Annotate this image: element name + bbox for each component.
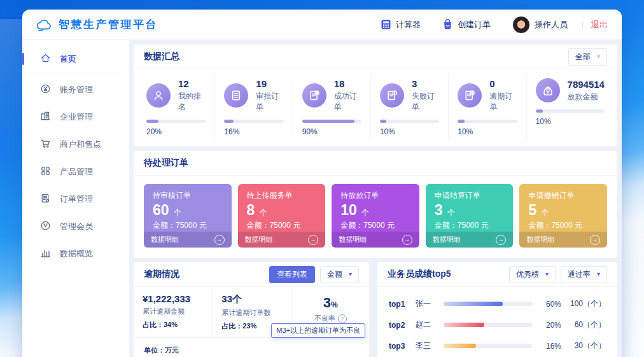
doc-check-icon [302, 83, 326, 108]
pending-card-detail-link[interactable]: 数据明细 → [238, 232, 326, 248]
pending-card-count: 8 个 [247, 202, 317, 219]
doc-overdue-icon [458, 83, 482, 108]
top5-bar-track [444, 323, 532, 327]
pending-card-count: 3 个 [435, 202, 505, 219]
pending-card-title: 申请撤销订单 [528, 190, 598, 201]
top5-rank-select[interactable]: 优秀榜 ▾ [509, 266, 556, 283]
detail-label: 数据明细 [433, 235, 461, 244]
app-header: 智慧生产管理平台 计算器 创建订单 [22, 10, 622, 40]
stat-progress-fill [146, 120, 158, 123]
sidebar-item-3[interactable]: 企业管理 [22, 103, 129, 130]
stat-label: 我的排名 [178, 91, 206, 113]
operator-menu[interactable]: 操作人员 [505, 16, 575, 34]
pending-card: 待放款订单 10 个 金额：75000 元 数据明细 → [332, 184, 419, 248]
overdue-header: 逾期情况 查看列表 金额 ▾ [134, 262, 369, 287]
sidebar-item-label: 数据概览 [60, 248, 93, 260]
top5-rank: top3 [389, 342, 408, 351]
top5-rank-value: 优秀榜 [516, 269, 539, 280]
sidebar-item-5[interactable]: 产品管理 [22, 158, 129, 185]
overdue-amount-ratio: 占比：34% [143, 320, 212, 330]
sidebar-item-1[interactable]: 首页 [22, 45, 129, 73]
bad-rate-value: 3% [296, 295, 365, 311]
operator-avatar [512, 16, 530, 34]
stat-percent: 10% [458, 127, 517, 140]
app-main: 首页 账务管理 企业管理 商户和售点 产品管理 订单管理 管理会员 数据概览 数… [22, 40, 622, 357]
pending-card-detail-link[interactable]: 数据明细 → [144, 232, 232, 248]
cart-icon [40, 138, 51, 151]
top5-bar-track [444, 344, 532, 348]
stat-value: 19 [256, 78, 283, 89]
view-list-button[interactable]: 查看列表 [269, 266, 315, 283]
stat-progress-track [224, 120, 283, 123]
sidebar-item-label: 订单管理 [60, 193, 93, 205]
arrow-right-icon: → [214, 235, 225, 245]
pending-title: 待处理订单 [144, 157, 188, 169]
stat-label: 审批订单 [256, 91, 283, 113]
sidebar-item-6[interactable]: 订单管理 [22, 185, 129, 213]
top5-rank: top1 [389, 300, 408, 309]
top5-bar-fill [444, 302, 503, 306]
logout-button[interactable]: 退出 [590, 19, 608, 31]
content-area: 数据汇总 全部 ▾ 12 我的排名 20% 19 审批订单 [129, 40, 622, 357]
sidebar-item-label: 企业管理 [60, 111, 93, 123]
top5-metric-select[interactable]: 通过率 ▾ [561, 266, 607, 283]
operator-label: 操作人员 [535, 19, 568, 31]
stat-progress-track [302, 120, 361, 123]
stat-progress-fill [224, 120, 234, 123]
chevron-down-icon: ▾ [349, 271, 352, 277]
summary-panel: 数据汇总 全部 ▾ 12 我的排名 20% 19 审批订单 [134, 45, 617, 146]
chevron-down-icon: ▾ [597, 271, 600, 277]
sidebar-item-4[interactable]: 商户和售点 [22, 130, 129, 158]
pending-card-title: 待放款订单 [340, 190, 410, 201]
top5-metric-value: 通过率 [568, 269, 591, 280]
detail-label: 数据明细 [151, 235, 179, 244]
top5-rows: top1 张一 60% 100（个） top2 赵二 20% 60（个） top… [377, 287, 617, 357]
grid-icon [40, 165, 51, 178]
summary-stat-tile: 0 逾期订单 10% [449, 74, 526, 140]
stat-progress-fill [536, 109, 543, 113]
top5-row: top1 张一 60% 100（个） [389, 293, 606, 314]
pending-card-detail-link[interactable]: 数据明细 → [332, 232, 419, 248]
app-title: 智慧生产管理平台 [59, 17, 158, 32]
calculator-button[interactable]: 计算器 [373, 19, 428, 31]
sidebar-item-8[interactable]: 数据概览 [22, 240, 129, 267]
overdue-panel: 逾期情况 查看列表 金额 ▾ ¥1,222,333 累计逾期金额 占比：34% [134, 262, 369, 357]
overdue-filter-select[interactable]: 金额 ▾ [320, 266, 359, 283]
overdue-amount-value: ¥1,222,333 [143, 293, 212, 304]
v-circle-icon [40, 220, 51, 233]
sidebar-item-7[interactable]: 管理会员 [22, 213, 129, 240]
pending-card: 待审核订单 60 个 金额：75000 元 数据明细 → [144, 184, 232, 248]
stat-progress-fill [380, 120, 386, 123]
sidebar-item-2[interactable]: 账务管理 [22, 76, 129, 103]
stat-progress-fill [458, 120, 464, 123]
create-order-label: 创建订单 [458, 19, 491, 31]
detail-label: 数据明细 [339, 235, 367, 244]
pending-card-amount: 金额：75000 元 [340, 220, 410, 231]
chevron-down-icon: ▾ [545, 271, 549, 277]
stat-percent: 10% [536, 117, 605, 130]
summary-filter-select[interactable]: 全部 ▾ [568, 48, 607, 66]
stat-progress-track [380, 120, 439, 123]
pending-cards-row: 待审核订单 60 个 金额：75000 元 数据明细 → 待上传服务单 8 个 … [134, 176, 617, 258]
sidebar-item-label: 管理会员 [60, 221, 93, 232]
summary-stats-row: 12 我的排名 20% 19 审批订单 16% 18 成功订单 90% [134, 69, 617, 146]
help-icon[interactable]: ? [338, 314, 347, 323]
top5-percent: 60% [540, 300, 561, 309]
header-actions: 计算器 创建订单 操作人员 | 退出 [373, 16, 608, 34]
home-icon [40, 53, 51, 66]
stat-value: 0 [489, 78, 517, 89]
detail-label: 数据明细 [245, 235, 273, 244]
pending-card: 申请结算订单 3 个 金额：75000 元 数据明细 → [426, 184, 514, 248]
stat-percent: 90% [302, 127, 361, 140]
create-order-button[interactable]: 创建订单 [435, 19, 498, 31]
building-icon [40, 111, 51, 123]
stat-progress-track [146, 120, 206, 123]
pending-card-amount: 金额：75000 元 [435, 220, 505, 231]
pending-card-detail-link[interactable]: 数据明细 → [426, 232, 514, 248]
pending-card-count: 60 个 [153, 202, 223, 219]
stat-percent: 16% [224, 127, 283, 140]
stat-label: 成功订单 [334, 91, 361, 113]
summary-stat-tile: 18 成功订单 90% [293, 74, 371, 140]
summary-title: 数据汇总 [144, 51, 179, 62]
pending-card-detail-link[interactable]: 数据明细 → [519, 232, 607, 248]
